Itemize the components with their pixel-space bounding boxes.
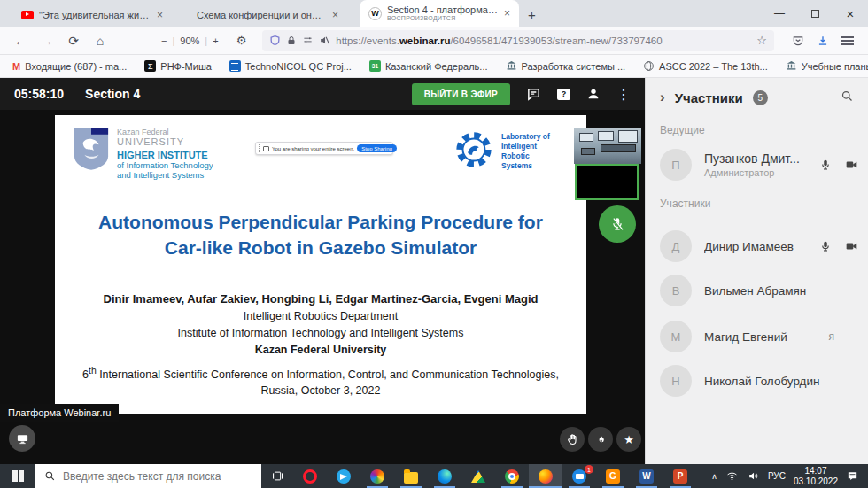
url-bar[interactable]: https://events.webinar.ru/60496581/47193…	[262, 30, 774, 51]
tab-webinar-active[interactable]: W Section 4 - платформа Webinar ВОСПРОИЗ…	[360, 0, 519, 27]
participant-name: Пузанков Дмит...	[704, 151, 800, 166]
mic-icon[interactable]	[819, 159, 832, 171]
mic-icon[interactable]	[819, 240, 832, 252]
lock-icon[interactable]	[286, 35, 297, 46]
webinar-header: 05:58:10 Section 4 ВЫЙТИ В ЭФИР ? ⋮	[0, 78, 645, 110]
taskbar-app-gom[interactable]: G	[596, 464, 630, 488]
shield-icon	[269, 35, 281, 46]
questions-icon[interactable]: ?	[557, 89, 570, 100]
chat-icon[interactable]	[526, 87, 541, 102]
autoplay-blocked-icon[interactable]	[319, 35, 330, 46]
restore-button[interactable]	[797, 0, 833, 27]
participant-row[interactable]: Н Николай Голобурдин	[660, 365, 859, 397]
taskbar-app-mail[interactable]: 1	[562, 464, 596, 488]
avatar: П	[660, 149, 692, 181]
kfu-shield-icon	[73, 126, 110, 172]
bookmark-kfu-calendar[interactable]: 31 Казанский Федераль...	[369, 60, 488, 72]
tray-expand-icon[interactable]: ∧	[711, 472, 717, 481]
camera-icon[interactable]	[844, 159, 859, 171]
tab-close-icon[interactable]: ×	[504, 7, 510, 19]
start-button[interactable]	[0, 464, 35, 488]
wifi-icon[interactable]	[725, 470, 739, 482]
flame-icon	[595, 434, 607, 445]
zoom-out-button[interactable]: −	[161, 35, 167, 46]
tab-schema[interactable]: Схема конфиренции и онлайн ×	[188, 3, 347, 27]
permissions-icon[interactable]	[302, 35, 314, 45]
camera-icon[interactable]	[844, 240, 859, 252]
windows-taskbar: 1 G W P ∧ РУС 14:07 03.10.2022	[0, 464, 868, 488]
search-input[interactable]	[63, 470, 240, 483]
platform-tooltip: Платформа Webinar.ru	[0, 404, 119, 422]
new-tab-button[interactable]: +	[528, 7, 536, 22]
participant-row[interactable]: В Вильмен Абрамян	[660, 275, 859, 306]
taskbar-app-firefox[interactable]	[529, 464, 562, 488]
screen-share-notification: You are sharing your entire screen. Stop…	[255, 142, 393, 155]
bookmark-star-icon[interactable]: ☆	[756, 34, 767, 47]
go-live-button[interactable]: ВЫЙТИ В ЭФИР	[412, 83, 510, 105]
participant-role: Администратор	[704, 167, 800, 178]
taskbar-app-edge[interactable]	[428, 464, 461, 488]
bookmark-ascc[interactable]: ASCC 2022 – The 13th...	[643, 60, 768, 72]
close-button[interactable]: ×	[833, 0, 868, 27]
taskbar-clock[interactable]: 14:07 03.10.2022	[794, 466, 838, 486]
language-indicator[interactable]: РУС	[768, 471, 786, 481]
pocket-icon[interactable]	[792, 35, 804, 47]
minimize-button[interactable]: —	[762, 0, 797, 27]
members-section-label: Участники	[660, 198, 710, 210]
extension-gear-icon[interactable]: ⚙	[236, 34, 247, 47]
panel-title: Участники	[675, 90, 743, 105]
tab-youtube[interactable]: "Эта удивительная жизнь" - Po ×	[12, 3, 172, 27]
youtube-icon	[21, 11, 34, 19]
tab-close-icon[interactable]: ×	[157, 9, 163, 21]
tab-title: Схема конфиренции и онлайн	[197, 10, 327, 20]
bookmark-rnf[interactable]: Σ РНФ-Миша	[144, 60, 212, 72]
action-center-icon[interactable]	[846, 470, 859, 483]
taskbar-app-paint[interactable]	[360, 464, 394, 488]
fire-reaction-button[interactable]	[588, 427, 613, 452]
downloads-icon[interactable]	[817, 35, 829, 47]
taskbar-search[interactable]	[35, 464, 261, 488]
session-timer: 05:58:10	[14, 87, 64, 101]
search-participants-icon[interactable]	[841, 89, 854, 106]
zoom-level[interactable]: 90%	[180, 35, 199, 46]
collapse-panel-icon[interactable]: ›	[660, 89, 665, 106]
more-menu-icon[interactable]: ⋮	[616, 86, 631, 103]
reload-button[interactable]: ⟳	[62, 34, 85, 48]
zoom-in-button[interactable]: +	[213, 35, 218, 46]
taskbar-app-opera[interactable]	[293, 464, 327, 488]
edge-icon	[438, 469, 452, 484]
taskbar-app-word[interactable]: W	[630, 464, 663, 488]
taskbar-app-powerpoint[interactable]: P	[663, 464, 697, 488]
microphone-muted-button[interactable]	[599, 205, 636, 243]
camera-thumbnail-active[interactable]	[575, 164, 639, 200]
forward-button[interactable]: →	[35, 34, 58, 48]
taskbar-app-chrome[interactable]	[495, 464, 529, 488]
stop-sharing-button[interactable]: Stop Sharing	[357, 144, 397, 152]
bookmark-razrabotka[interactable]: Разработка системы ...	[506, 60, 626, 72]
taskbar-app-drive[interactable]	[461, 464, 495, 488]
volume-icon[interactable]	[747, 470, 760, 482]
participant-row-host[interactable]: П Пузанков Дмит... Администратор	[660, 149, 859, 181]
camera-thumbnail-lab[interactable]	[574, 128, 641, 164]
participants-icon[interactable]	[586, 87, 601, 101]
raise-hand-button[interactable]	[560, 427, 585, 452]
file-explorer-icon	[404, 472, 418, 484]
bookmark-technonicol[interactable]: TechnoNICOL QC Proj...	[229, 60, 352, 72]
slide-authors: Dinir Imameev, Aufar Zakiev, Hongbing Li…	[55, 292, 586, 399]
bookmark-gmail[interactable]: M Входящие (687) - ma...	[12, 61, 127, 72]
bookmark-uchebnye-plany[interactable]: Учебные планы\Обр...	[786, 60, 868, 72]
presentation-slide: Kazan Federal UNIVERSITY HIGHER INSTITUT…	[55, 115, 586, 414]
home-button[interactable]: ⌂	[89, 34, 112, 48]
drag-handle[interactable]	[259, 144, 260, 152]
participant-row[interactable]: М Магид Евгений я	[660, 321, 859, 352]
screen-share-button[interactable]	[9, 425, 35, 452]
participant-row[interactable]: Д Динир Имамеев	[660, 230, 859, 262]
menu-icon[interactable]	[841, 36, 854, 45]
taskbar-app-explorer[interactable]	[394, 464, 428, 488]
tab-close-icon[interactable]: ×	[332, 9, 338, 21]
star-reaction-button[interactable]: ★	[616, 427, 641, 452]
back-button[interactable]: ←	[9, 34, 32, 48]
url-text[interactable]: https://events.webinar.ru/60496581/47193…	[336, 35, 751, 46]
taskbar-app-telegram[interactable]	[327, 464, 360, 488]
task-view-button[interactable]	[261, 464, 293, 488]
